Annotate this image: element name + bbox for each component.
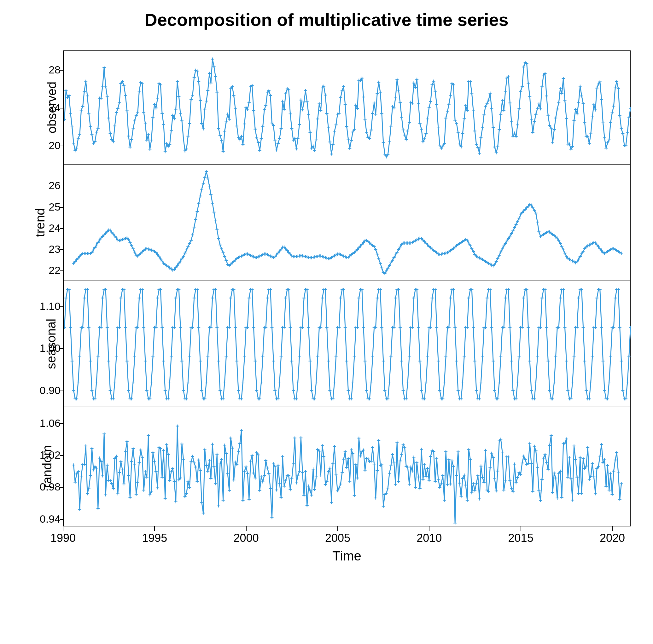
y-tick: 0.98 <box>13 481 61 493</box>
series-random <box>64 407 631 527</box>
y-tick: 24 <box>13 101 61 114</box>
y-tick: 1.06 <box>13 417 61 429</box>
y-tick: 1.10 <box>13 300 61 313</box>
y-tick: 25 <box>13 201 61 213</box>
x-tick: 2015 <box>502 531 540 545</box>
x-tick: 1990 <box>44 531 82 545</box>
y-tick: 0.90 <box>13 384 61 397</box>
panel-trend: trend2223242526 <box>63 164 631 280</box>
x-axis-label: Time <box>63 548 631 564</box>
y-tick: 0.94 <box>13 513 61 525</box>
y-tick: 24 <box>13 222 61 234</box>
chart-title: Decomposition of multiplicative time ser… <box>0 9 653 30</box>
series-trend <box>64 165 631 281</box>
panel-seasonal: seasonal0.901.001.10 <box>63 280 631 406</box>
series-seasonal <box>64 281 631 407</box>
y-tick: 22 <box>13 264 61 276</box>
series-observed <box>64 51 631 165</box>
y-tick: 20 <box>13 139 61 152</box>
x-tick: 2020 <box>594 531 631 545</box>
y-tick: 26 <box>13 179 61 192</box>
y-tick: 23 <box>13 243 61 255</box>
panel-observed: observed202428 <box>63 50 631 164</box>
x-tick: 2010 <box>410 531 448 545</box>
plot-area: Time observed202428trend2223242526season… <box>63 50 631 586</box>
y-tick: 28 <box>13 64 61 76</box>
x-tick: 2000 <box>227 531 265 545</box>
y-tick: 1.00 <box>13 342 61 354</box>
panel-random: random0.940.981.021.06 <box>63 406 631 526</box>
x-tick: 1995 <box>136 531 173 545</box>
y-tick: 1.02 <box>13 449 61 461</box>
x-tick: 2005 <box>319 531 357 545</box>
